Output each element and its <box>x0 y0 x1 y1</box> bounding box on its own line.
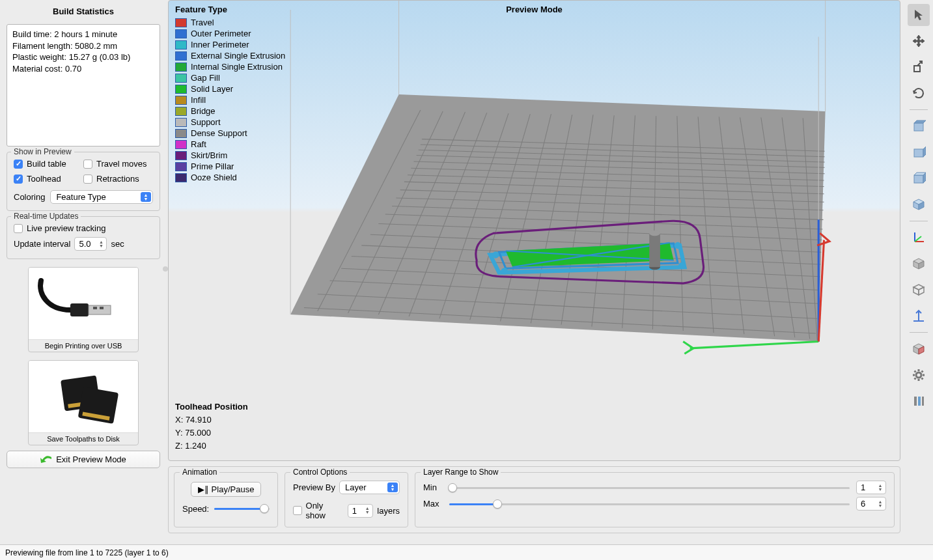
toolhead-z: Z: 1.240 <box>175 440 248 453</box>
view-top-button[interactable] <box>908 115 930 137</box>
svg-line-96 <box>922 378 923 380</box>
legend-label: Inner Perimeter <box>191 39 249 50</box>
preview-by-select[interactable]: Layer ▲▼ <box>339 481 400 494</box>
stat-line: Material cost: 0.70 <box>12 63 154 75</box>
view-side-button[interactable] <box>908 167 930 189</box>
legend-swatch <box>175 140 187 149</box>
wireframe-view-button[interactable] <box>908 279 930 301</box>
legend-label: Dense Support <box>191 128 247 139</box>
legend-row: Ooze Shield <box>175 172 285 183</box>
max-slider[interactable] <box>449 499 850 509</box>
coloring-value: Feature Type <box>56 192 105 202</box>
svg-rect-101 <box>922 397 924 406</box>
save-disk-card[interactable]: Save Toolpaths to Disk <box>28 360 139 445</box>
svg-rect-70 <box>914 175 923 183</box>
play-pause-button[interactable]: ▶∥ Play/Pause <box>191 482 262 497</box>
legend-label: Bridge <box>191 105 216 117</box>
rotate-tool-button[interactable] <box>908 82 930 104</box>
legend-swatch <box>175 63 187 72</box>
view-front-button[interactable] <box>908 141 930 163</box>
group-legend: Real-time Updates <box>11 212 81 221</box>
speed-slider[interactable] <box>214 503 270 514</box>
select-tool-button[interactable] <box>908 4 930 26</box>
legend-swatch <box>175 162 187 171</box>
svg-marker-83 <box>913 287 919 295</box>
svg-point-64 <box>649 231 660 236</box>
legend-swatch <box>175 40 187 49</box>
stepper-arrows-icon: ▲▼ <box>876 498 884 509</box>
machine-button[interactable] <box>908 390 930 412</box>
coloring-select[interactable]: Feature Type ▲▼ <box>50 190 153 204</box>
max-value-input[interactable]: 6 ▲▼ <box>856 497 886 511</box>
svg-point-60 <box>678 262 685 269</box>
legend-label: Travel <box>191 17 214 28</box>
legend-label: Support <box>191 117 221 128</box>
retractions-checkbox[interactable] <box>83 175 92 184</box>
animation-group: Animation ▶∥ Play/Pause Speed: <box>174 472 278 527</box>
live-preview-checkbox[interactable] <box>14 224 23 233</box>
max-label: Max <box>423 499 443 509</box>
toolhead-x: X: 74.910 <box>175 413 248 427</box>
legend-row: Support <box>175 117 285 128</box>
svg-marker-67 <box>914 120 926 123</box>
travel-moves-label: Travel moves <box>96 159 147 169</box>
svg-marker-82 <box>913 285 924 290</box>
chevron-updown-icon: ▲▼ <box>387 483 398 492</box>
layer-range-group: Layer Range to Show Min 1 ▲▼ Max <box>415 472 895 527</box>
legend-row: Inner Perimeter <box>175 39 285 50</box>
stat-line: Plastic weight: 15.27 g (0.03 lb) <box>12 51 154 63</box>
move-tool-button[interactable] <box>908 30 930 52</box>
travel-moves-checkbox[interactable] <box>83 160 92 169</box>
layers-label: layers <box>377 506 400 516</box>
only-show-count-input[interactable]: 1 ▲▼ <box>348 504 373 518</box>
build-table-checkbox[interactable] <box>14 160 23 169</box>
right-toolbar <box>904 0 933 537</box>
cross-section-button[interactable] <box>908 338 930 360</box>
update-interval-input[interactable]: 5.0 ▲▼ <box>74 237 107 251</box>
build-table-label: Build table <box>27 159 66 169</box>
stepper-arrows-icon: ▲▼ <box>876 482 884 493</box>
solid-view-button[interactable] <box>908 253 930 275</box>
preview-by-label: Preview By <box>293 483 335 492</box>
exit-preview-button[interactable]: Exit Preview Mode <box>7 451 160 468</box>
group-legend: Control Options <box>290 468 350 477</box>
disk-card-label: Save Toolpaths to Disk <box>29 432 138 445</box>
min-slider[interactable] <box>449 483 850 493</box>
legend-row: Bridge <box>175 105 285 117</box>
legend-row: Prime Pillar <box>175 161 285 172</box>
legend-label: Ooze Shield <box>191 172 237 183</box>
preview-viewport[interactable]: Feature Type TravelOuter PerimeterInner … <box>168 0 900 461</box>
svg-rect-99 <box>914 397 917 406</box>
min-value-input[interactable]: 1 ▲▼ <box>856 481 886 494</box>
legend-row: Gap Fill <box>175 72 285 83</box>
only-show-checkbox[interactable] <box>293 506 302 515</box>
legend-row: Skirt/Brim <box>175 150 285 161</box>
legend-row: Dense Support <box>175 128 285 139</box>
legend-swatch <box>175 18 187 27</box>
scale-tool-button[interactable] <box>908 56 930 78</box>
settings-button[interactable] <box>908 364 930 386</box>
toolhead-position-title: Toolhead Position <box>175 400 248 413</box>
toolbar-separator <box>910 221 928 221</box>
svg-line-95 <box>915 371 916 372</box>
view-iso-button[interactable] <box>908 193 930 216</box>
legend-label: Skirt/Brim <box>191 150 227 161</box>
toolhead-label: Toolhead <box>27 174 61 184</box>
status-text: Previewing file from line 1 to 7225 (lay… <box>5 548 169 557</box>
panel-resize-handle[interactable] <box>163 266 168 272</box>
legend-swatch <box>175 107 187 116</box>
legend-swatch <box>175 151 187 160</box>
toolhead-checkbox[interactable] <box>14 175 23 184</box>
svg-point-59 <box>675 242 681 249</box>
legend-swatch <box>175 29 187 38</box>
legend-row: Raft <box>175 139 285 150</box>
svg-marker-84 <box>919 287 924 295</box>
legend-label: Raft <box>191 139 206 150</box>
svg-point-61 <box>501 268 508 274</box>
normals-view-button[interactable] <box>908 305 930 327</box>
stepper-arrows-icon: ▲▼ <box>97 238 105 249</box>
print-usb-card[interactable]: Begin Printing over USB <box>28 267 139 352</box>
axes-toggle-button[interactable] <box>908 227 930 249</box>
svg-rect-63 <box>649 233 660 267</box>
preview-mode-label: Preview Mode <box>506 5 563 14</box>
